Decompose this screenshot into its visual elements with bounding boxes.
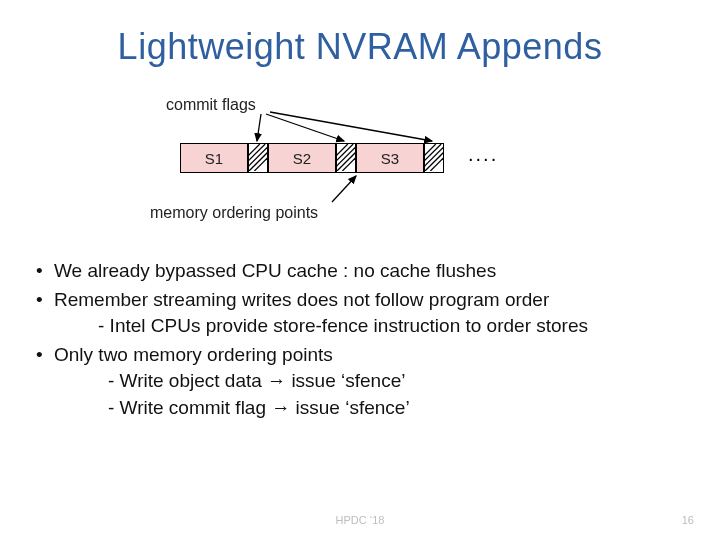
slide: Lightweight NVRAM Appends commit flags S… [0,0,720,540]
label-commit-flags: commit flags [166,96,256,114]
label-memory-ordering: memory ordering points [150,204,318,222]
hatch-icon [425,144,443,171]
slide-title: Lightweight NVRAM Appends [0,26,720,68]
bullet-2: Remember streaming writes does not follo… [30,287,700,340]
footer-conference: HPDC ‘18 [0,514,720,526]
bullet-1-bold: no cache flushes [354,260,497,281]
ellipsis: ···· [468,147,498,170]
segment-s1: S1 [180,143,248,173]
footer-page-number: 16 [682,514,694,526]
bullet-1-text: We already bypassed CPU cache : [54,260,354,281]
bullet-3: Only two memory ordering points - Write … [30,342,700,422]
bullet-3-sub2: - Write commit flag → issue ‘sfence’ [54,395,700,422]
bullet-3-bold: two memory ordering points [98,344,332,365]
commit-flag-1 [248,143,268,173]
svg-line-1 [266,114,344,141]
body-bullets: We already bypassed CPU cache : no cache… [30,258,700,424]
segment-s3: S3 [356,143,424,173]
svg-line-3 [332,176,356,202]
segment-s2: S2 [268,143,336,173]
segment-strip: S1 S2 [180,143,540,173]
svg-line-2 [270,112,432,141]
bullet-2-sub: - Intel CPUs provide store-fence instruc… [54,313,700,340]
hatch-icon [337,144,355,171]
commit-flag-2 [336,143,356,173]
hatch-icon [249,144,267,171]
commit-flag-3 [424,143,444,173]
bullet-3-pre: Only [54,344,98,365]
bullet-1: We already bypassed CPU cache : no cache… [30,258,700,285]
bullet-2-text: Remember streaming writes does not follo… [54,289,549,310]
svg-line-0 [257,114,261,141]
bullet-3-sub1: - Write object data → issue ‘sfence’ [54,368,700,395]
